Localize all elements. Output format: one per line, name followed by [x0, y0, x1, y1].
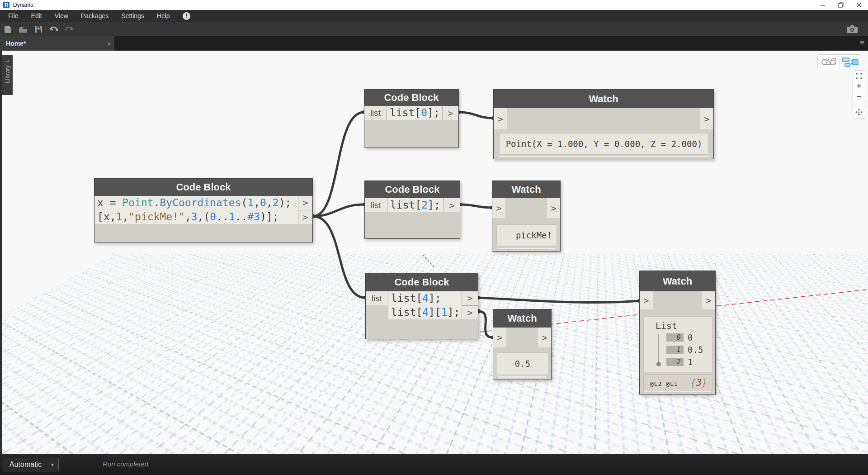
watch-node-list[interactable]: Watch > > List 0010.521 @L2 @L1 {3} [639, 271, 716, 394]
status-bar: Automatic ▾ Run completed. [0, 454, 868, 475]
code-editor[interactable]: list[4]; list[4][1]; [388, 291, 462, 319]
wire [313, 112, 364, 216]
node-body [94, 224, 312, 242]
redo-button[interactable] [61, 24, 77, 35]
notifications-icon[interactable]: ! [183, 12, 190, 20]
restore-button[interactable] [832, 0, 850, 10]
watch-value: Point(X = 1.000, Y = 0.000, Z = 2.000) [499, 133, 709, 155]
tab-strip: Home* × ≡ [0, 36, 868, 51]
output-port[interactable]: > [462, 306, 478, 320]
code-block-node-main[interactable]: Code Block x = Point.ByCoordinates(1,0,2… [94, 178, 313, 242]
library-expand-tab[interactable]: → Library [2, 55, 13, 95]
node-body [365, 212, 460, 238]
code-editor[interactable]: list[0]; [387, 106, 443, 120]
chevron-down-icon: ▾ [51, 458, 54, 471]
level-labels[interactable]: @L2 @L1 [650, 380, 678, 387]
code-editor[interactable]: x = Point.ByCoordinates(1,0,2); [x,1,"pi… [94, 196, 298, 224]
node-title[interactable]: Code Block [366, 273, 478, 291]
app-title: Dynamo [13, 2, 33, 8]
open-file-button[interactable] [15, 24, 31, 35]
graph-canvas[interactable]: → Library Code Block x = Point.ByCoordin… [0, 51, 868, 454]
menu-item-packages[interactable]: Packages [75, 10, 115, 22]
code-line: list[0]; [390, 106, 442, 120]
code-line: list[2]; [390, 198, 443, 212]
code-line: [x,1,"pickMe!",3,(0..1..#3)]; [97, 210, 298, 224]
wire [313, 204, 364, 216]
lacing-bar: @L2 @L1 {3} [643, 374, 712, 392]
input-port[interactable]: > [492, 198, 505, 218]
zoom-controls: + − [853, 70, 865, 102]
close-button[interactable] [850, 0, 868, 10]
geometry-view-button[interactable] [818, 55, 839, 69]
input-port[interactable]: > [494, 108, 507, 129]
input-port[interactable]: > [640, 291, 653, 309]
code-editor[interactable]: list[2]; [387, 198, 444, 212]
tab-home[interactable]: Home* × [0, 36, 114, 51]
node-body [366, 305, 388, 319]
expand-arrow-icon: → [5, 57, 10, 63]
list-item[interactable]: 00 [666, 333, 693, 342]
wire [459, 112, 493, 118]
list-item[interactable]: 10.5 [666, 345, 703, 354]
output-port[interactable]: > [702, 291, 715, 309]
code-block-node-top[interactable]: Code Block list list[0]; > [364, 89, 459, 147]
code-block-node-bottom[interactable]: Code Block list list[4]; list[4][1]; > > [365, 273, 478, 339]
list-tree-dot[interactable] [656, 362, 661, 366]
output-port[interactable]: > [462, 291, 478, 306]
node-title[interactable]: Code Block [364, 90, 458, 106]
input-port[interactable]: > [493, 328, 506, 347]
menu-item-edit[interactable]: Edit [25, 10, 48, 22]
output-port[interactable]: > [700, 108, 713, 129]
menu-item-help[interactable]: Help [151, 10, 176, 22]
input-port-list[interactable]: list [365, 198, 387, 212]
node-title[interactable]: Watch [494, 90, 713, 108]
undo-button[interactable] [46, 24, 61, 35]
new-file-button[interactable] [0, 24, 15, 35]
list-tree-stem [658, 334, 659, 362]
export-image-camera-icon[interactable] [844, 23, 860, 35]
menu-item-file[interactable]: File [0, 10, 25, 22]
watch-node-half[interactable]: Watch > > 0.5 [493, 309, 552, 380]
output-port[interactable]: > [444, 198, 460, 212]
wire [460, 204, 492, 208]
run-mode-value: Automatic [9, 461, 42, 468]
output-port[interactable]: > [538, 328, 551, 347]
node-title[interactable]: Watch [640, 271, 715, 291]
zoom-out-button[interactable]: − [853, 91, 865, 102]
run-mode-dropdown[interactable]: Automatic ▾ [3, 458, 59, 471]
menu-item-view[interactable]: View [48, 10, 75, 22]
list-item[interactable]: 21 [666, 357, 693, 366]
tab-close-icon[interactable]: × [107, 40, 111, 48]
library-panel-edge [0, 51, 2, 454]
tab-overflow-icon[interactable]: ≡ [859, 38, 864, 48]
graph-view-button[interactable] [839, 55, 861, 69]
node-title[interactable]: Watch [492, 181, 560, 198]
output-port[interactable]: > [298, 210, 312, 224]
output-port[interactable]: > [547, 198, 560, 218]
zoom-fit-button[interactable] [853, 71, 865, 81]
node-title[interactable]: Watch [493, 309, 551, 328]
node-title[interactable]: Code Block [94, 179, 312, 196]
output-port[interactable]: > [298, 196, 312, 210]
menu-item-settings[interactable]: Settings [115, 10, 151, 22]
toolbar [0, 22, 868, 36]
list-index-badge: 0 [666, 333, 684, 342]
save-button[interactable] [31, 24, 46, 35]
minimize-button[interactable] [814, 0, 832, 10]
app-logo: R [3, 2, 9, 8]
watch-list-box: List 0010.521 [643, 316, 712, 372]
node-body [366, 319, 478, 339]
watch-node-point[interactable]: Watch > > Point(X = 1.000, Y = 0.000, Z … [493, 89, 714, 159]
watch-value: pickMe! [496, 224, 557, 246]
code-block-node-middle[interactable]: Code Block list list[2]; > [364, 180, 460, 239]
input-port-list[interactable]: list [364, 106, 387, 120]
input-port-list[interactable]: list [366, 291, 388, 305]
node-title[interactable]: Code Block [365, 181, 460, 198]
watch-node-pickme[interactable]: Watch > > pickMe! [492, 180, 561, 252]
code-line: list[4][1]; [391, 305, 462, 319]
pan-button[interactable] [853, 106, 865, 119]
list-item-value: 1 [688, 357, 693, 367]
tab-home-label: Home* [6, 40, 26, 47]
output-port[interactable]: > [443, 106, 458, 120]
zoom-in-button[interactable]: + [853, 81, 865, 91]
